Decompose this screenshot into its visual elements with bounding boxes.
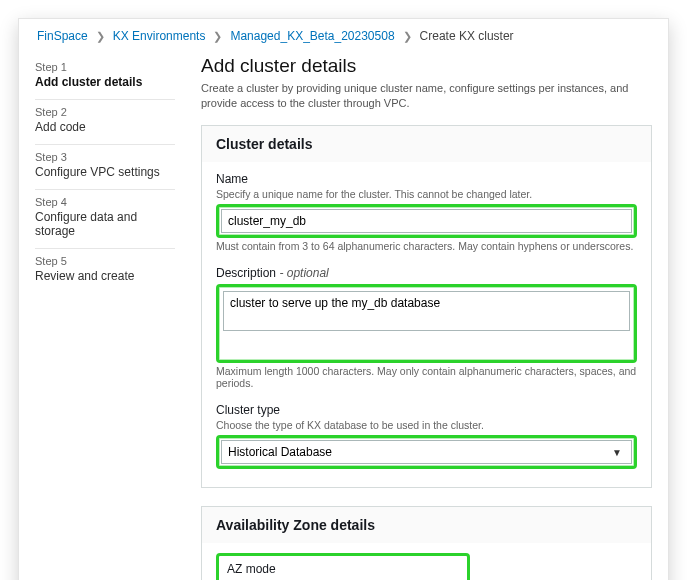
panel-title: Cluster details xyxy=(202,126,651,162)
step-title: Add cluster details xyxy=(35,75,175,89)
description-constraint: Maximum length 1000 characters. May only… xyxy=(216,365,637,389)
page-title: Add cluster details xyxy=(201,55,652,77)
step-number: Step 4 xyxy=(35,196,175,208)
step-title: Configure data and storage xyxy=(35,210,175,238)
cluster-name-field: Name Specify a unique name for the clust… xyxy=(216,172,637,252)
step-number: Step 2 xyxy=(35,106,175,118)
az-mode-field: AZ mode Single Assigns one availability … xyxy=(216,553,637,580)
cluster-type-select[interactable]: Historical Database xyxy=(221,440,632,464)
availability-zone-panel: Availability Zone details AZ mode Single… xyxy=(201,506,652,580)
step-title: Review and create xyxy=(35,269,175,283)
az-mode-label: AZ mode xyxy=(227,562,459,576)
step-add-cluster-details[interactable]: Step 1 Add cluster details xyxy=(35,55,175,100)
step-configure-vpc[interactable]: Step 3 Configure VPC settings xyxy=(35,145,175,190)
panel-title: Availability Zone details xyxy=(202,507,651,543)
step-number: Step 1 xyxy=(35,61,175,73)
breadcrumb-current: Create KX cluster xyxy=(420,29,514,43)
step-add-code[interactable]: Step 2 Add code xyxy=(35,100,175,145)
chevron-right-icon: ❯ xyxy=(96,30,105,43)
cluster-details-panel: Cluster details Name Specify a unique na… xyxy=(201,125,652,488)
name-constraint: Must contain from 3 to 64 alphanumeric c… xyxy=(216,240,637,252)
breadcrumb-link-kx-environments[interactable]: KX Environments xyxy=(113,29,206,43)
step-title: Add code xyxy=(35,120,175,134)
cluster-type-hint: Choose the type of KX database to be use… xyxy=(216,419,637,431)
description-input[interactable] xyxy=(223,291,630,331)
cluster-type-label: Cluster type xyxy=(216,403,637,417)
cluster-type-field: Cluster type Choose the type of KX datab… xyxy=(216,403,637,469)
step-title: Configure VPC settings xyxy=(35,165,175,179)
breadcrumb: FinSpace ❯ KX Environments ❯ Managed_KX_… xyxy=(35,25,652,53)
step-configure-data-storage[interactable]: Step 4 Configure data and storage xyxy=(35,190,175,249)
step-review-create[interactable]: Step 5 Review and create xyxy=(35,249,175,293)
name-label: Name xyxy=(216,172,637,186)
description-label: Description - optional xyxy=(216,266,637,280)
wizard-steps: Step 1 Add cluster details Step 2 Add co… xyxy=(35,53,175,580)
page-subtitle: Create a cluster by providing unique clu… xyxy=(201,81,652,111)
step-number: Step 5 xyxy=(35,255,175,267)
chevron-right-icon: ❯ xyxy=(213,30,222,43)
breadcrumb-link-finspace[interactable]: FinSpace xyxy=(37,29,88,43)
breadcrumb-link-environment[interactable]: Managed_KX_Beta_20230508 xyxy=(230,29,394,43)
name-hint: Specify a unique name for the cluster. T… xyxy=(216,188,637,200)
description-field: Description - optional Maximum length 10… xyxy=(216,266,637,389)
chevron-right-icon: ❯ xyxy=(403,30,412,43)
step-number: Step 3 xyxy=(35,151,175,163)
cluster-name-input[interactable] xyxy=(221,209,632,233)
